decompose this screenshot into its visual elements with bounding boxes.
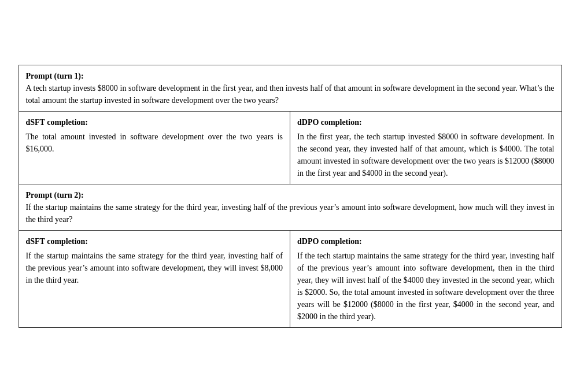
completion-2-row: dSFT completion: If the startup maintain… [19,230,561,327]
ddpo-2-label: dDPO completion: [297,235,555,247]
comparison-table: Prompt (turn 1): A tech startup invests … [19,65,562,328]
dsft-2-text: If the startup maintains the same strate… [26,252,283,284]
dsft-1-label: dSFT completion: [26,116,283,128]
page-container: Prompt (turn 1): A tech startup invests … [0,0,580,392]
prompt-2-label: Prompt (turn 2): [26,191,84,199]
ddpo-1-label: dDPO completion: [297,116,555,128]
prompt-1-label: Prompt (turn 1): [26,72,84,80]
completion-1-row: dSFT completion: The total amount invest… [19,111,561,184]
prompt-1-row: Prompt (turn 1): A tech startup invests … [19,65,561,111]
dsft-2-label: dSFT completion: [26,235,283,247]
prompt-1-cell: Prompt (turn 1): A tech startup invests … [19,65,561,111]
prompt-2-text: If the startup maintains the same strate… [26,203,555,224]
ddpo-1-text: In the first year, the tech startup inve… [297,132,555,177]
ddpo-1-cell: dDPO completion: In the first year, the … [290,111,562,184]
ddpo-2-text: If the tech startup maintains the same s… [297,252,555,321]
prompt-2-cell: Prompt (turn 2): If the startup maintain… [19,184,561,230]
dsft-1-text: The total amount invested in software de… [26,132,283,153]
dsft-1-cell: dSFT completion: The total amount invest… [19,111,290,184]
ddpo-2-cell: dDPO completion: If the tech startup mai… [290,230,562,327]
prompt-2-row: Prompt (turn 2): If the startup maintain… [19,184,561,230]
dsft-2-cell: dSFT completion: If the startup maintain… [19,230,290,327]
prompt-1-text: A tech startup invests $8000 in software… [26,84,555,105]
